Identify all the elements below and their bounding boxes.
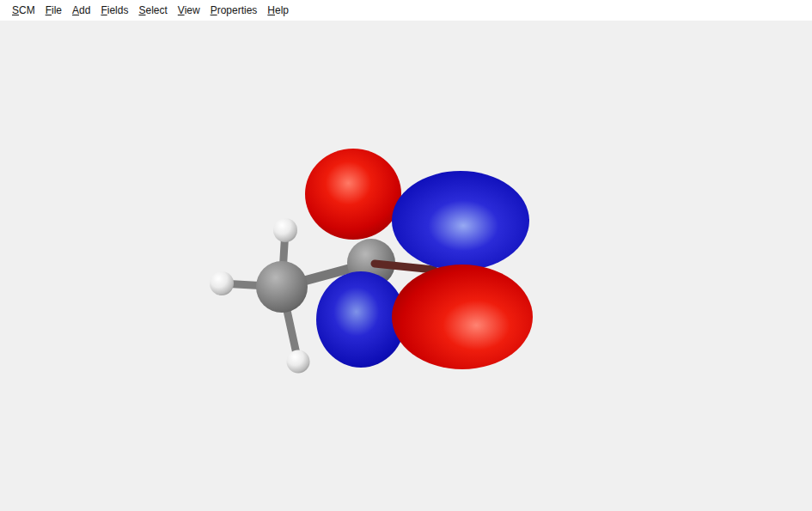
menu-select[interactable]: Select [133,4,172,16]
hydrogen-atom-left [210,271,234,295]
hydrogen-atom-top [273,218,297,242]
menu-view[interactable]: View [173,4,205,16]
menu-properties[interactable]: Properties [205,4,263,16]
molecule-render [0,21,812,475]
molecule-viewport[interactable] [0,21,812,475]
isosurface-control-panel: Isosurface: Colored Density SCF 0.03 Cou… [0,474,812,511]
orbital-lobe-red-top [305,149,401,240]
menu-scm[interactable]: SCM [7,4,40,16]
menu-add[interactable]: Add [67,4,95,16]
orbital-lobe-red-bottom-right [392,265,533,369]
menu-bar: SCMFileAddFieldsSelectViewPropertiesHelp [0,0,812,21]
hydrogen-atom-bottom [287,350,310,374]
carbon-atom-methyl [256,261,308,313]
orbital-lobe-blue-top-right [392,171,529,271]
menu-help[interactable]: Help [262,4,294,16]
menu-file[interactable]: File [40,4,67,16]
menu-fields[interactable]: Fields [95,4,133,16]
